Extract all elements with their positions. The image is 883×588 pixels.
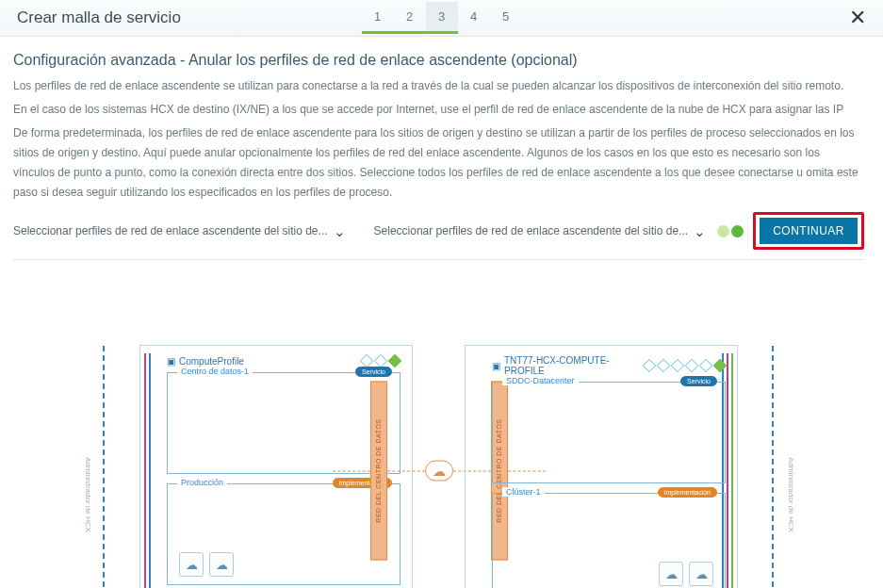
right-actions: CONTINUAR [717, 212, 864, 250]
controls-row: Seleccionar perfiles de red de enlace as… [13, 206, 864, 260]
left-profile-service-icons [361, 355, 401, 367]
right-datacenter-box: SDDC-Datacenter Servicio [492, 382, 726, 483]
dash-left-1 [333, 470, 370, 471]
cloud-icon: ☁ [425, 461, 453, 482]
wizard-step-4[interactable]: 4 [458, 2, 490, 34]
section-subtitle: Configuración avanzada - Anular los perf… [13, 52, 864, 69]
appliance-icon: ☁ [659, 562, 683, 586]
wizard-header: Crear malla de servicio 1 2 3 4 5 ✕ [0, 0, 883, 37]
dest-uplink-label: Seleccionar perfiles de red de enlace as… [374, 224, 689, 237]
right-hcx-admin-rail: Administrador de HCX [772, 346, 775, 588]
wizard-step-3[interactable]: 3 [426, 2, 458, 34]
left-datacenter-label: Centro de datos-1 [177, 367, 253, 376]
hex-icon [657, 359, 670, 372]
wizard-step-5[interactable]: 5 [490, 2, 522, 34]
dest-uplink-selector[interactable]: Seleccionar perfiles de red de enlace as… [374, 221, 707, 240]
implementacion-tag: Implementación [658, 487, 717, 498]
hex-icon [699, 359, 712, 372]
appliance-icon: ☁ [209, 552, 234, 577]
vrail-magenta [727, 353, 728, 588]
left-rail-label: Administrador de HCX [84, 457, 92, 532]
right-profile-service-icons [644, 360, 726, 371]
hex-icon [685, 359, 698, 372]
folder-icon: ▣ [492, 361, 500, 371]
source-uplink-label: Seleccionar perfiles de red de enlace as… [13, 224, 328, 237]
status-dot-green [731, 225, 744, 237]
chevron-down-icon: ⌄ [334, 221, 346, 240]
description-line-2: En el caso de los sistemas HCX de destin… [13, 100, 864, 120]
source-uplink-selector[interactable]: Seleccionar perfiles de red de enlace as… [13, 221, 346, 240]
vrail-magenta [144, 353, 146, 588]
right-compute-profile: Administrador de HCX ▣ TNT77-HCX-COMPUTE… [465, 345, 738, 588]
continue-button[interactable]: CONTINUAR [760, 218, 858, 244]
continue-highlight: CONTINUAR [753, 212, 864, 250]
wizard-steps: 1 2 3 4 5 [362, 2, 522, 34]
right-cluster-box: Clúster-1 Implementación ☁ ☁ [492, 493, 726, 588]
left-hcx-admin-rail: Administrador de HCX [103, 346, 106, 588]
right-rail-label: Administrador de HCX [787, 457, 795, 532]
left-profile-name: ▣ ComputeProfile [167, 356, 244, 367]
hex-icon-green [388, 354, 401, 368]
right-cluster-label: Clúster-1 [502, 487, 545, 497]
vrail-blue [149, 353, 151, 588]
status-dots [717, 225, 744, 237]
content-area: Configuración avanzada - Anular los perf… [0, 37, 883, 588]
wizard-step-1[interactable]: 1 [362, 2, 394, 34]
left-cluster-label: Producción [177, 478, 227, 487]
description-line-3: De forma predeterminada, los perfiles de… [13, 123, 864, 203]
hex-icon-green [713, 359, 727, 372]
left-profile-header: ▣ ComputeProfile [167, 355, 401, 367]
right-profile-name: ▣ TNT77-HCX-COMPUTE-PROFILE [492, 355, 644, 376]
description-line-1: Los perfiles de red de enlace ascendente… [13, 76, 864, 96]
left-appliance-icons: ☁ ☁ [179, 552, 234, 577]
servicio-tag: Servicio [355, 367, 392, 377]
hex-icon [671, 359, 684, 372]
wizard-step-2[interactable]: 2 [394, 2, 426, 34]
status-dot-lightgreen [717, 225, 729, 237]
datacenter-bar-left: RED DEL CENTRO DE DATOS [370, 382, 387, 561]
hex-icon [643, 359, 656, 372]
right-datacenter-label: SDDC-Datacenter [502, 376, 579, 385]
selector-group: Seleccionar perfiles de red de enlace as… [13, 221, 706, 240]
chevron-down-icon: ⌄ [694, 221, 706, 240]
vrail-green [731, 353, 733, 588]
dash-line [387, 470, 425, 471]
folder-icon: ▣ [167, 356, 175, 367]
appliance-icon: ☁ [179, 552, 204, 577]
servicio-tag: Servicio [680, 376, 717, 386]
right-appliance-icons: ☁ ☁ [659, 562, 713, 586]
wizard-title: Crear malla de servicio [17, 8, 181, 27]
appliance-icon: ☁ [689, 562, 713, 586]
right-profile-header: ▣ TNT77-HCX-COMPUTE-PROFILE [492, 355, 726, 376]
topology-diagram: Administrador de HCX ▣ ComputeProfile Ce… [13, 260, 864, 588]
close-icon[interactable]: ✕ [849, 6, 866, 30]
